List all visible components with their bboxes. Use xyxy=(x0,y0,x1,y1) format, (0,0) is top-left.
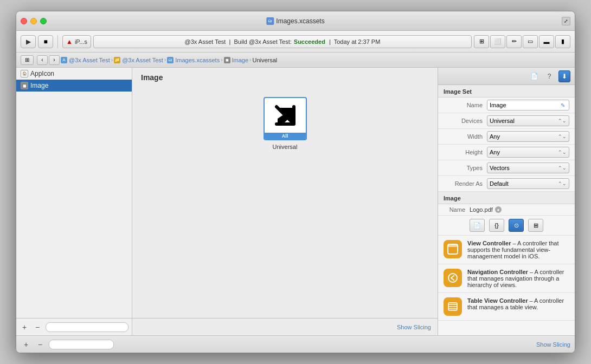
play-button[interactable]: ▶ xyxy=(21,35,36,48)
sidebar-search-input[interactable] xyxy=(46,322,129,332)
image-box-label: All xyxy=(265,133,306,139)
toolbar-right-group: ⊞ ⬜ ✏ ▭ ▬ ▮ xyxy=(474,35,570,48)
main-content: 🏠 AppIcon ◼ Image + − Image xyxy=(16,68,575,335)
navigation-controller-svg xyxy=(447,272,459,284)
window-title-text: Images.xcassets xyxy=(276,17,324,25)
sidebar-item-image[interactable]: ◼ Image xyxy=(16,80,132,92)
bottom-bar-left: + − xyxy=(21,340,114,349)
view-controller-svg xyxy=(447,243,459,255)
image-name-value-container: Logo.pdf ● xyxy=(470,206,502,213)
main-toolbar: ▶ ■ ▲ iP...s @3x Asset Test | Build @3x … xyxy=(16,31,575,53)
icon-btn-grid[interactable]: ⊞ xyxy=(528,219,543,232)
render-as-select[interactable]: Default ⌃⌄ xyxy=(487,178,569,189)
render-as-row: Render As Default ⌃⌄ xyxy=(438,176,575,192)
image-name-label: Name xyxy=(444,206,465,213)
icon-btn-doc[interactable]: 📄 xyxy=(470,219,485,232)
sidebar-list: 🏠 AppIcon ◼ Image xyxy=(16,68,132,318)
image-name-value: Logo.pdf xyxy=(470,206,493,213)
image-name-badge[interactable]: ● xyxy=(495,206,502,213)
breadcrumb-item-3[interactable]: 🗂 Images.xcassets xyxy=(167,57,220,63)
image-cell-universal[interactable]: All Universal xyxy=(264,97,307,150)
toolbar-separator-1 xyxy=(57,35,58,48)
devices-row: Devices Universal ⌃⌄ xyxy=(438,113,575,129)
right-panel-toolbar: 📄 ? ⬇ xyxy=(438,68,575,85)
sidebar-item-appicon[interactable]: 🏠 AppIcon xyxy=(16,68,132,80)
sidebar-add-button[interactable]: + xyxy=(20,322,29,332)
svg-point-4 xyxy=(448,274,457,282)
main-window: 🗂 Images.xcassets ⤢ ▶ ■ ▲ iP...s @3x Ass… xyxy=(16,11,575,353)
window-title: 🗂 Images.xcassets xyxy=(266,17,324,25)
sidebar-item-image-label: Image xyxy=(30,82,48,89)
devices-value: Universal xyxy=(490,118,515,124)
right-panel-content: Image Set Name Image ✎ Devices Universal… xyxy=(438,85,575,335)
xcassets-title-icon: 🗂 xyxy=(266,17,274,25)
height-select[interactable]: Any ⌃⌄ xyxy=(487,147,569,158)
bottom-bar-right: Show Slicing xyxy=(536,341,570,348)
view-btn-5[interactable]: ▬ xyxy=(539,35,554,48)
canvas-bottom-bar: Show Slicing xyxy=(132,318,438,335)
scheme-selector[interactable]: ▲ iP...s xyxy=(62,35,91,48)
sidebar-item-appicon-label: AppIcon xyxy=(30,70,54,77)
table-view-controller-item[interactable]: Table View Controller – A controller tha… xyxy=(438,293,575,321)
show-slicing-button[interactable]: Show Slicing xyxy=(397,324,431,330)
canvas-show-slicing-button[interactable]: Show Slicing xyxy=(536,341,570,348)
expand-button[interactable]: ⤢ xyxy=(562,17,570,25)
image-box: All xyxy=(264,97,307,140)
rp-help-btn[interactable]: ? xyxy=(543,70,555,82)
breadcrumb-icon-3: 🗂 xyxy=(167,57,174,63)
icon-btn-circle[interactable]: ⊙ xyxy=(509,219,524,232)
view-btn-4[interactable]: ▭ xyxy=(523,35,538,48)
canvas-area: Image All Universal xyxy=(132,68,438,335)
navigation-controller-item[interactable]: Navigation Controller – A controller tha… xyxy=(438,264,575,293)
bottom-search-input[interactable] xyxy=(49,340,114,349)
bottom-add-button[interactable]: + xyxy=(21,340,31,349)
width-select[interactable]: Any ⌃⌄ xyxy=(487,131,569,142)
types-arrow: ⌃⌄ xyxy=(558,165,567,171)
breadcrumb-sep-1: › xyxy=(111,57,113,63)
breadcrumb-item-4[interactable]: ◼ Image xyxy=(224,57,249,63)
rp-file-btn[interactable]: 📄 xyxy=(528,70,540,82)
sidebar-remove-button[interactable]: − xyxy=(33,322,42,332)
breadcrumb-grid-button[interactable]: ⊞ xyxy=(21,55,34,65)
devices-arrow: ⌃⌄ xyxy=(558,118,567,123)
bottom-remove-button[interactable]: − xyxy=(35,340,46,349)
name-input[interactable]: Image ✎ xyxy=(487,100,569,110)
types-row: Types Vectors ⌃⌄ xyxy=(438,160,575,176)
view-btn-6[interactable]: ▮ xyxy=(555,35,570,48)
view-btn-1[interactable]: ⊞ xyxy=(474,35,489,48)
view-btn-3[interactable]: ✏ xyxy=(506,35,522,48)
icon-btn-json[interactable]: {} xyxy=(489,219,504,232)
breadcrumb-icon-2: 📁 xyxy=(114,57,120,63)
close-button[interactable] xyxy=(21,18,27,24)
width-label: Width xyxy=(444,133,483,140)
right-panel: 📄 ? ⬇ Image Set Name Image ✎ Devices xyxy=(438,68,575,335)
view-controller-title-bold: View Controller xyxy=(467,240,511,246)
breadcrumb-forward-button[interactable]: › xyxy=(49,55,60,65)
stop-button[interactable]: ■ xyxy=(38,35,53,48)
title-bar: 🗂 Images.xcassets ⤢ xyxy=(16,11,575,31)
image-name-row: Name Logo.pdf ● xyxy=(438,204,575,216)
view-controller-icon xyxy=(444,240,462,258)
height-arrow: ⌃⌄ xyxy=(558,150,567,155)
breadcrumb-label-4: Image xyxy=(232,57,249,63)
image-section-header: Image xyxy=(438,192,575,204)
view-btn-2[interactable]: ⬜ xyxy=(490,35,505,48)
types-select[interactable]: Vectors ⌃⌄ xyxy=(487,162,569,173)
breadcrumb-back-button[interactable]: ‹ xyxy=(37,55,48,65)
table-view-controller-title: Table View Controller – A controller tha… xyxy=(467,297,569,310)
view-controller-item[interactable]: View Controller – A controller that supp… xyxy=(438,236,575,264)
navigation-controller-title-bold: Navigation Controller xyxy=(467,269,528,275)
table-view-controller-text: Table View Controller – A controller tha… xyxy=(467,297,569,310)
maximize-button[interactable] xyxy=(40,18,47,24)
build-prefix: @3x Asset Test | Build @3x Asset Test: xyxy=(185,38,292,45)
breadcrumb-icon-4: ◼ xyxy=(224,57,230,63)
width-arrow: ⌃⌄ xyxy=(558,134,567,139)
breadcrumb-bar: ⊞ ‹ › A @3x Asset Test › 📁 @3x Asset Tes… xyxy=(16,53,575,68)
height-value: Any xyxy=(490,149,500,155)
rp-download-btn[interactable]: ⬇ xyxy=(558,70,570,82)
breadcrumb-item-2[interactable]: 📁 @3x Asset Test xyxy=(114,57,163,63)
render-as-arrow: ⌃⌄ xyxy=(558,181,567,186)
devices-select[interactable]: Universal ⌃⌄ xyxy=(487,115,569,126)
breadcrumb-item-1[interactable]: A @3x Asset Test xyxy=(61,57,110,63)
minimize-button[interactable] xyxy=(30,18,37,24)
